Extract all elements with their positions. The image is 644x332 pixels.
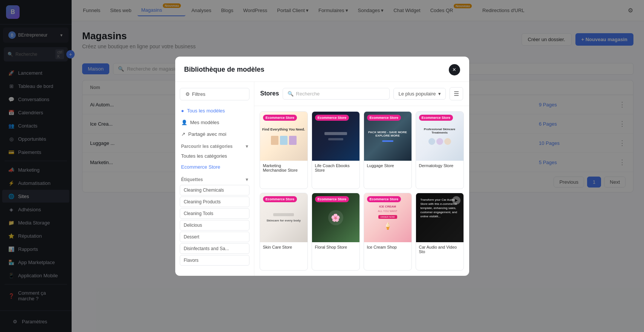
filter-label: Filtres xyxy=(192,91,205,97)
template-name: Floral Shop Store xyxy=(312,242,359,252)
ecommerce-badge: Ecommerce Store xyxy=(263,115,297,121)
category-all[interactable]: Toutes les catégories xyxy=(175,151,254,161)
nav-all-models[interactable]: ● Tous les modèles xyxy=(175,105,254,117)
nav-all-label: Tous les modèles xyxy=(187,108,225,114)
template-name: Car Audio and Video Sto xyxy=(416,242,463,257)
category-ecommerce[interactable]: Ecommerce Store xyxy=(175,161,254,172)
template-name: Ice Cream Shop xyxy=(364,242,411,252)
modal-content-area: Stores 🔍 Recherche Le plus populaire ▾ ☰ xyxy=(254,82,469,276)
categories-section[interactable]: Parcourir les catégories ▾ xyxy=(175,140,254,151)
ecommerce-badge: Ecommerce Store xyxy=(419,115,453,121)
search-icon: 🔍 xyxy=(288,91,294,97)
modal-title: Bibliothèque de modèles xyxy=(184,66,265,74)
grid-view-button[interactable]: ☰ xyxy=(450,87,463,100)
ecommerce-badge: Ecommerce Store xyxy=(315,196,349,202)
modal-close-button[interactable]: × xyxy=(449,64,460,75)
modal-body: ⚙ Filtres ● Tous les modèles 👤 Mes modèl… xyxy=(175,82,469,276)
template-name: Dermatology Store xyxy=(416,161,463,171)
template-overlay-text: ICE CREAM xyxy=(379,205,396,208)
sort-label: Le plus populaire xyxy=(398,91,436,97)
modal-header: Bibliothèque de modèles × xyxy=(175,57,469,82)
tag-item[interactable]: Disinfectants and Sa... xyxy=(180,243,249,254)
template-overlay-text: Skincare for every body xyxy=(266,219,301,222)
tag-item[interactable]: Cleaning Chemicals xyxy=(180,185,249,195)
content-title: Stores xyxy=(260,90,279,97)
template-overlay-text: Transform your Car Audio Store with this… xyxy=(421,198,459,219)
template-overlay-text: PACK MORE - SAVE MORE EXPLORE MORE xyxy=(364,131,411,137)
template-name: Life Coach Ebooks Store xyxy=(312,161,359,175)
nav-my-models[interactable]: 👤 Mes modèles xyxy=(175,117,254,128)
template-library-modal: Bibliothèque de modèles × ⚙ Filtres ● To… xyxy=(175,57,469,276)
tag-item[interactable]: Cleaning Products xyxy=(180,197,249,207)
person-icon: 👤 xyxy=(181,120,187,125)
template-overlay-text: Professional Skincare Treatments xyxy=(416,128,463,134)
template-name: Skin Care Store xyxy=(260,242,307,252)
template-card-icecream[interactable]: Ecommerce Store ICE CREAM ALL YOU WANT O… xyxy=(364,193,412,271)
template-card-car-audio[interactable]: Ecommerce Store ▶ Transform your Car Aud… xyxy=(416,193,464,271)
template-card-merchandise[interactable]: Ecommerce Store Find Everything You Need… xyxy=(260,111,308,189)
chevron-down-icon: ▾ xyxy=(246,177,248,182)
tags-section: Étiquettes ▾ Cleaning Chemicals Cleaning… xyxy=(175,172,254,270)
tag-item[interactable]: Flavors xyxy=(180,255,249,266)
filter-icon: ⚙ xyxy=(185,91,190,97)
template-card-dermatology[interactable]: Ecommerce Store Professional Skincare Tr… xyxy=(416,111,464,189)
tag-item[interactable]: Delicious xyxy=(180,220,249,231)
modal-content-header: Stores 🔍 Recherche Le plus populaire ▾ ☰ xyxy=(254,82,469,106)
filter-button[interactable]: ⚙ Filtres xyxy=(180,88,249,100)
categories-label: Parcourir les catégories xyxy=(181,144,233,149)
template-card-life-coach[interactable]: Ecommerce Store Life Coach Ebooks Store xyxy=(312,111,360,189)
modal-search-bar[interactable]: 🔍 Recherche xyxy=(283,88,390,100)
chevron-down-icon: ▾ xyxy=(246,144,248,149)
ecommerce-badge: Ecommerce Store xyxy=(315,115,349,121)
tag-item[interactable]: Cleaning Tools xyxy=(180,208,249,219)
template-card-floral[interactable]: Ecommerce Store 🌸 Floral Shop Store xyxy=(312,193,360,271)
template-card-luggage[interactable]: Ecommerce Store PACK MORE - SAVE MORE EX… xyxy=(364,111,412,189)
template-name: Luggage Store xyxy=(364,161,411,171)
search-placeholder-text: Recherche xyxy=(296,91,320,97)
tag-item[interactable]: Dessert xyxy=(180,232,249,242)
nav-shared[interactable]: ↗ Partagé avec moi xyxy=(175,128,254,140)
template-card-skincare[interactable]: Ecommerce Store Skincare for every body … xyxy=(260,193,308,271)
sort-dropdown[interactable]: Le plus populaire ▾ xyxy=(393,88,445,100)
tags-label: Étiquettes ▾ xyxy=(175,175,254,184)
nav-shared-label: Partagé avec moi xyxy=(188,131,226,137)
all-models-icon: ● xyxy=(181,108,184,114)
modal-overlay: Bibliothèque de modèles × ⚙ Filtres ● To… xyxy=(0,0,644,332)
ecommerce-badge: Ecommerce Store xyxy=(367,196,401,202)
templates-grid: Ecommerce Store Find Everything You Need… xyxy=(254,106,469,276)
modal-sidebar: ⚙ Filtres ● Tous les modèles 👤 Mes modèl… xyxy=(175,82,254,276)
list-icon: ☰ xyxy=(454,90,459,97)
ecommerce-badge: Ecommerce Store xyxy=(263,196,297,202)
template-name: Marketing Merchandise Store xyxy=(260,161,307,175)
ecommerce-badge: Ecommerce Store xyxy=(367,115,401,121)
chevron-down-icon: ▾ xyxy=(438,91,441,97)
share-icon: ↗ xyxy=(181,131,185,137)
nav-my-label: Mes modèles xyxy=(190,120,219,125)
template-overlay-text: Find Everything You Need. xyxy=(262,128,305,131)
